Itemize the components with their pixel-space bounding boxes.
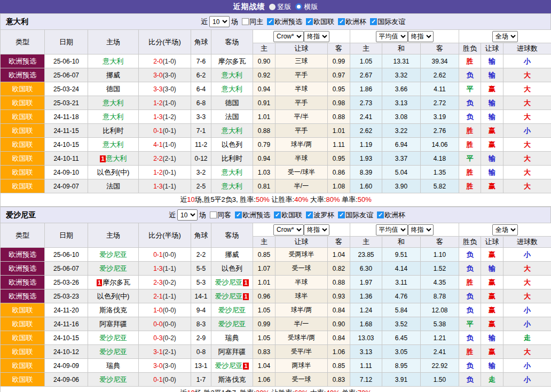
team-name: 爱沙尼亚 [6, 210, 36, 220]
odds-away-header: 客 [328, 237, 350, 248]
red-card-badge: 1 [243, 279, 248, 286]
team-name: 意大利 [6, 17, 28, 27]
competition-checkbox[interactable] [306, 18, 313, 25]
halftime-score: (1-1) [163, 293, 176, 300]
corner-cell: 6-8 [191, 96, 211, 110]
avg-home-cell: 1.11 [350, 359, 382, 373]
odds-away-cell: 0.98 [328, 96, 350, 110]
avg-away-cell: 12.08 [421, 303, 459, 317]
scope-select[interactable]: 全场 [492, 31, 518, 42]
competition-type-cell: 欧洲预选 [1, 248, 45, 262]
fulltime-score: 0-1 [153, 127, 162, 135]
odds-away-cell: 1.04 [328, 248, 350, 262]
date-cell: 24-10-15 [45, 138, 88, 152]
handicap-cell: 受一球 [276, 373, 328, 387]
avg-home-cell: 1.86 [350, 82, 382, 96]
bookmaker-select[interactable]: Crow* [273, 224, 304, 236]
competition-checkbox[interactable] [377, 211, 384, 218]
match-count-select[interactable]: 10 [209, 16, 230, 27]
radio-selected-icon[interactable] [295, 3, 302, 10]
avg-draw-cell: 3.52 [382, 317, 421, 331]
halftime-score: (0-1) [163, 127, 176, 135]
same-venue-checkbox[interactable] [210, 211, 217, 218]
odds-away-cell: 0.82 [328, 262, 350, 276]
competition-checkbox[interactable] [338, 211, 345, 218]
competition-type-cell: 欧国联 [1, 179, 45, 193]
competition-type-cell: 欧国联 [1, 138, 45, 152]
odds-home-cell: 0.81 [253, 179, 276, 193]
result-handicap-cell: 输 [481, 331, 503, 345]
score-cell: 2-2(2-1) [139, 152, 191, 166]
layout-radio-horizontal[interactable]: 横版 [295, 2, 318, 12]
competition-checkbox[interactable] [235, 211, 242, 218]
corner-cell: 14-1 [191, 289, 211, 303]
match-row: 欧国联24-11-18意大利1-3(1-2)3-3法国1.01平/半0.882.… [1, 110, 551, 124]
team-section: 意大利近10场同主欧洲预选欧国联欧洲杯国际友谊类型日期主场比分(半场)角球客场C… [0, 13, 551, 207]
layout-radio-horizontal-label: 横版 [304, 2, 318, 12]
score-cell: 0-1(0-1) [139, 124, 191, 138]
odds-period-select[interactable]: 终指 [304, 31, 329, 42]
odds-away-cell: 0.84 [328, 331, 350, 345]
summary-cell: 近10场,胜5平2负3, 胜率:50% 让胜率:40% 大率:80% 单率:50… [1, 193, 551, 207]
handicap-cell: 平手 [276, 124, 328, 138]
home-team-cell: 法国 [88, 179, 139, 193]
competition-checkbox[interactable] [267, 18, 274, 25]
scope-select[interactable]: 全场 [492, 224, 518, 236]
competition-checkbox[interactable] [370, 18, 377, 25]
odds-home-cell: 0.85 [253, 248, 276, 262]
avg-draw-cell: 9.51 [382, 248, 421, 262]
date-cell: 25-03-21 [45, 96, 88, 110]
home-team-name: 摩尔多瓦 [103, 278, 130, 286]
avg-draw-cell: 3.37 [382, 152, 421, 166]
average-period-select[interactable]: 终指 [408, 31, 434, 42]
section-header: 意大利近10场同主欧洲预选欧国联欧洲杯国际友谊 [0, 13, 551, 29]
halftime-score: (1-0) [163, 58, 176, 65]
away-team-name: 爱沙尼亚 [218, 306, 246, 314]
corner-cell: 0-8 [191, 345, 211, 359]
handicap-cell: 球半 [276, 289, 328, 303]
fulltime-score: 0-0 [153, 320, 162, 328]
date-cell: 25-06-10 [45, 248, 88, 262]
odds-home-cell: 1.05 [253, 303, 276, 317]
match-count-select[interactable]: 10 [177, 209, 198, 221]
summary-text: 80% [326, 195, 340, 203]
select-header-cell: 全场 [459, 223, 551, 237]
same-venue-checkbox[interactable] [242, 18, 249, 25]
competition-checkbox[interactable] [338, 18, 345, 25]
fulltime-score: 1-2 [153, 99, 162, 107]
section-header: 爱沙尼亚近10场同客欧洲预选欧国联波罗杯国际友谊欧洲杯 [0, 207, 551, 223]
home-team-cell: 爱沙尼亚 [88, 262, 139, 276]
odds-away-cell: 1.01 [328, 124, 350, 138]
near-label: 近 [201, 17, 208, 27]
handicap-cell: 受一球 [276, 262, 328, 276]
result-goals-cell: 大 [503, 276, 551, 289]
away-team-cell: 爱沙尼亚1 [211, 276, 253, 289]
result-wdl-cell: 负 [459, 96, 481, 110]
corner-cell: 6-4 [191, 82, 211, 96]
avg-home-cell: 2.73 [350, 96, 382, 110]
competition-checkbox[interactable] [274, 211, 281, 218]
score-cell: 0-3(0-2) [139, 331, 191, 345]
date-cell: 24-09-10 [45, 166, 88, 179]
average-select[interactable]: 平均值 [376, 31, 408, 42]
radio-unselected-icon[interactable] [269, 4, 276, 10]
match-row: 欧洲预选25-03-261摩尔多瓦2-3(0-2)5-3爱沙尼亚11.01半球0… [1, 276, 551, 289]
bookmaker-select[interactable]: Crow* [273, 31, 304, 42]
odds-home-header: 主 [253, 43, 276, 54]
average-period-select[interactable]: 终指 [408, 224, 434, 236]
away-team-name: 斯洛伐克 [218, 375, 246, 383]
odds-period-select[interactable]: 终指 [304, 224, 329, 236]
average-select[interactable]: 平均值 [376, 224, 408, 236]
match-row: 欧国联24-11-20斯洛伐克1-0(0-0)9-4爱沙尼亚1.05球半/两0.… [1, 303, 551, 317]
team-section: 爱沙尼亚近10场同客欧洲预选欧国联波罗杯国际友谊欧洲杯类型日期主场比分(半场)角… [0, 207, 551, 392]
match-row: 欧洲预选25-06-07爱沙尼亚1-3(1-1)5-5以色列1.07受一球0.8… [1, 262, 551, 276]
corner-cell: 11-2 [191, 138, 211, 152]
avg-home-header: 主 [350, 237, 382, 248]
competition-checkbox[interactable] [306, 211, 313, 218]
handicap-header: 让球 [276, 43, 328, 54]
home-team-cell: 意大利 [88, 110, 139, 124]
home-team-name: 意大利 [103, 113, 124, 121]
away-team-cell: 爱沙尼亚1 [211, 359, 253, 373]
score-cell: 1-3(1-1) [139, 179, 191, 193]
layout-radio-vertical[interactable]: 竖版 [269, 2, 292, 12]
